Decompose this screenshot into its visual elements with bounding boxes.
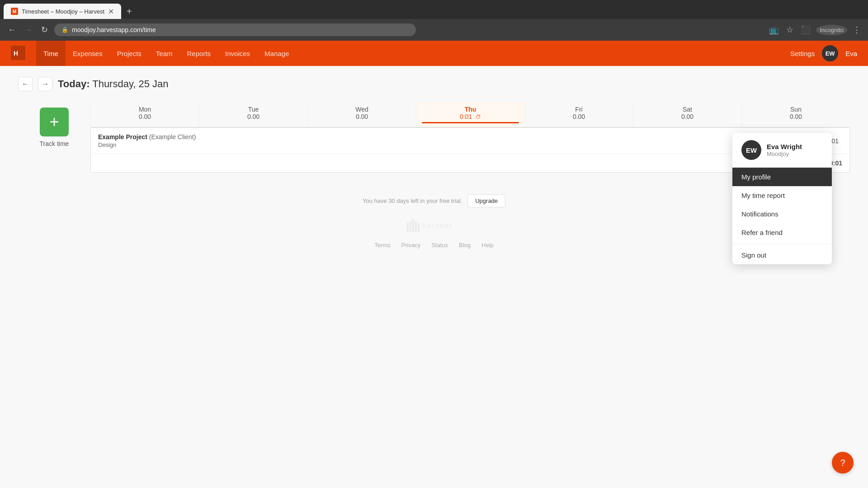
week-day-sat[interactable]: Sat 0.00 bbox=[633, 102, 741, 127]
svg-rect-3 bbox=[410, 221, 411, 232]
footer-links: Terms Privacy Status Blog Help bbox=[33, 242, 835, 249]
username-label[interactable]: Eva bbox=[845, 50, 857, 57]
day-name-sat: Sat bbox=[639, 106, 736, 113]
user-avatar[interactable]: EW bbox=[822, 45, 838, 61]
week-day-mon[interactable]: Mon 0.00 bbox=[90, 102, 199, 127]
dropdown-sign-out[interactable]: Sign out bbox=[732, 246, 832, 264]
settings-button[interactable]: Settings bbox=[790, 50, 815, 57]
address-bar[interactable]: 🔒 moodjoy.harvestapp.com/time bbox=[54, 23, 416, 36]
prev-date-button[interactable]: ← bbox=[18, 77, 33, 91]
nav-logo: H bbox=[11, 46, 25, 61]
svg-rect-4 bbox=[412, 219, 414, 232]
app-footer: You have 30 days left in your free trial… bbox=[18, 180, 850, 263]
day-name-sun: Sun bbox=[747, 106, 844, 113]
day-hours-tue: 0.00 bbox=[205, 113, 302, 120]
cast-icon[interactable]: 📺 bbox=[767, 23, 781, 37]
nav-links: Time Expenses Projects Team Reports Invo… bbox=[36, 41, 296, 66]
svg-rect-5 bbox=[415, 221, 417, 232]
day-hours-wed: 0.00 bbox=[313, 113, 410, 120]
day-hours-sun: 0.00 bbox=[747, 113, 844, 120]
bookmark-icon[interactable]: ☆ bbox=[784, 23, 795, 37]
nav-link-expenses[interactable]: Expenses bbox=[66, 41, 110, 66]
date-display: Thursday, 25 Jan bbox=[92, 78, 168, 89]
footer-link-status[interactable]: Status bbox=[431, 242, 448, 249]
trial-bar: You have 30 days left in your free trial… bbox=[33, 194, 835, 207]
new-tab-button[interactable]: + bbox=[123, 5, 136, 19]
entry-project: Example Project (Example Client) Design bbox=[98, 133, 826, 148]
day-hours-fri: 0.00 bbox=[530, 113, 627, 120]
day-name-wed: Wed bbox=[313, 106, 410, 113]
trial-text: You have 30 days left in your free trial… bbox=[363, 197, 462, 204]
project-name: Example Project (Example Client) bbox=[98, 133, 826, 141]
nav-link-manage[interactable]: Manage bbox=[257, 41, 296, 66]
week-day-fri[interactable]: Fri 0.00 bbox=[524, 102, 633, 127]
date-title: Today: Thursday, 25 Jan bbox=[58, 78, 169, 90]
user-dropdown-menu: EW Eva Wright Moodjoy My profile My time… bbox=[732, 133, 832, 264]
week-day-tue[interactable]: Tue 0.00 bbox=[199, 102, 307, 127]
week-day-sun[interactable]: Sun 0.00 bbox=[741, 102, 850, 127]
task-name: Design bbox=[98, 141, 826, 148]
day-hours-thu: 0:01 ⏱ bbox=[422, 113, 519, 120]
lock-icon: 🔒 bbox=[61, 27, 68, 33]
tab-bar: M Timesheet – Moodjoy – Harvest ✕ + bbox=[0, 0, 868, 19]
app-nav: H Time Expenses Projects Team Reports In… bbox=[0, 41, 868, 66]
forward-button[interactable]: → bbox=[22, 23, 34, 36]
date-nav: ← → Today: Thursday, 25 Jan bbox=[18, 77, 850, 91]
week-day-wed[interactable]: Wed 0.00 bbox=[307, 102, 416, 127]
next-date-button[interactable]: → bbox=[38, 77, 52, 91]
nav-link-team[interactable]: Team bbox=[149, 41, 180, 66]
svg-rect-2 bbox=[407, 223, 409, 232]
url-text: moodjoy.harvestapp.com/time bbox=[72, 26, 156, 33]
dropdown-my-time-report[interactable]: My time report bbox=[732, 186, 832, 205]
nav-link-invoices[interactable]: Invoices bbox=[218, 41, 257, 66]
week-day-thu[interactable]: Thu 0:01 ⏱ bbox=[416, 102, 524, 127]
browser-chrome: M Timesheet – Moodjoy – Harvest ✕ + ← → … bbox=[0, 0, 868, 41]
tab-close-button[interactable]: ✕ bbox=[108, 7, 114, 16]
nav-link-reports[interactable]: Reports bbox=[180, 41, 218, 66]
footer-link-privacy[interactable]: Privacy bbox=[401, 242, 421, 249]
svg-rect-6 bbox=[418, 223, 420, 232]
day-name-tue: Tue bbox=[205, 106, 302, 113]
tab-favicon: M bbox=[11, 8, 18, 15]
dropdown-my-profile[interactable]: My profile bbox=[732, 168, 832, 186]
client-name: (Example Client) bbox=[149, 133, 196, 141]
profile-button[interactable]: Incognito bbox=[816, 25, 847, 35]
track-time-label: Track time bbox=[40, 140, 69, 147]
week-header: Mon 0.00 Tue 0.00 Wed 0.00 Thu 0:01 ⏱ bbox=[90, 102, 850, 127]
day-name-thu: Thu bbox=[422, 106, 519, 113]
nav-link-time[interactable]: Time bbox=[36, 41, 66, 66]
nav-link-projects[interactable]: Projects bbox=[110, 41, 149, 66]
nav-right: Settings EW Eva bbox=[790, 45, 857, 61]
svg-text:harvest: harvest bbox=[422, 222, 452, 230]
project-title: Example Project bbox=[98, 133, 147, 141]
upgrade-button[interactable]: Upgrade bbox=[467, 194, 505, 207]
day-name-mon: Mon bbox=[96, 106, 193, 113]
reload-button[interactable]: ↻ bbox=[38, 23, 51, 36]
active-day-bar bbox=[422, 122, 519, 123]
extension-icon[interactable]: ⋮ bbox=[851, 23, 863, 37]
footer-link-terms[interactable]: Terms bbox=[374, 242, 390, 249]
dropdown-refer-friend[interactable]: Refer a friend bbox=[732, 223, 832, 242]
svg-text:H: H bbox=[14, 50, 18, 57]
footer-link-help[interactable]: Help bbox=[481, 242, 494, 249]
content-row: + Track time Mon 0.00 Tue 0.00 Wed 0.00 bbox=[18, 102, 850, 180]
active-tab[interactable]: M Timesheet – Moodjoy – Harvest ✕ bbox=[4, 4, 121, 19]
back-button[interactable]: ← bbox=[5, 23, 18, 36]
dropdown-notifications[interactable]: Notifications bbox=[732, 205, 832, 223]
help-button[interactable]: ? bbox=[832, 452, 854, 474]
dropdown-user-name: Eva Wright bbox=[767, 143, 802, 150]
dropdown-header: EW Eva Wright Moodjoy bbox=[732, 133, 832, 168]
add-time-button[interactable]: + bbox=[40, 108, 69, 136]
day-hours-sat: 0.00 bbox=[639, 113, 736, 120]
footer-link-blog[interactable]: Blog bbox=[459, 242, 471, 249]
dropdown-company: Moodjoy bbox=[767, 150, 802, 157]
sidebar-icon[interactable]: ⬛ bbox=[799, 23, 812, 37]
harvest-logo: harvest bbox=[33, 218, 835, 235]
day-name-fri: Fri bbox=[530, 106, 627, 113]
dropdown-divider bbox=[732, 244, 832, 244]
today-label: Today: bbox=[58, 78, 90, 89]
track-time-area: + Track time bbox=[18, 102, 90, 180]
browser-right-controls: 📺 ☆ ⬛ Incognito ⋮ bbox=[767, 23, 863, 37]
timer-icon: ⏱ bbox=[476, 114, 481, 120]
tab-title: Timesheet – Moodjoy – Harvest bbox=[22, 8, 104, 15]
